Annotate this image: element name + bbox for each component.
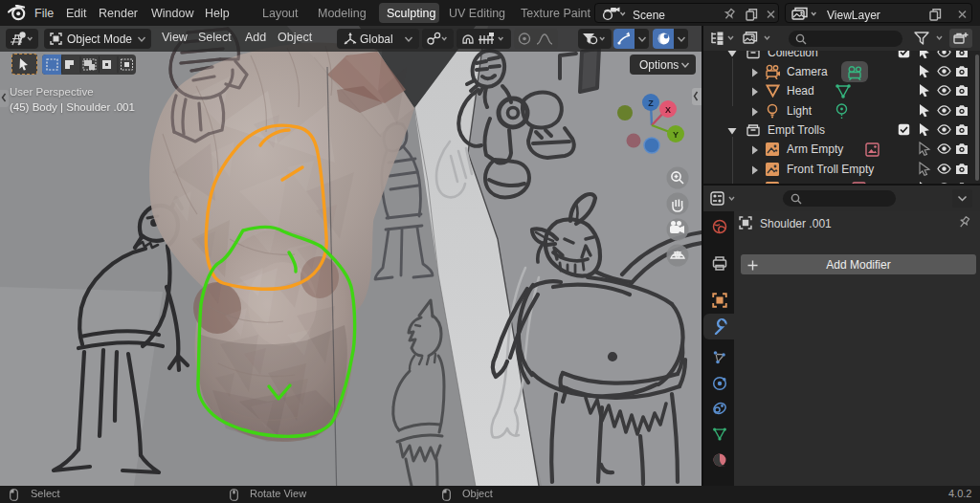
svg-text:X: X — [665, 105, 671, 115]
svg-text:Z: Z — [648, 98, 654, 108]
svg-text:Y: Y — [673, 130, 679, 140]
